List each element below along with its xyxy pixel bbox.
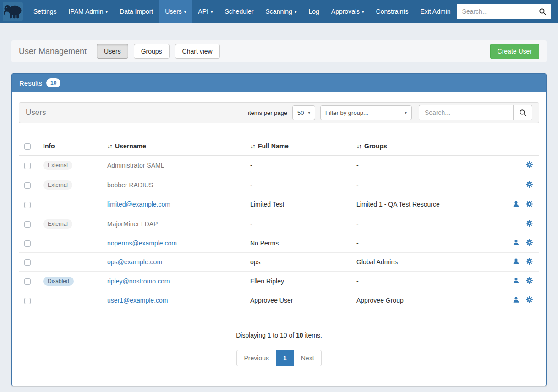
nav-item-label: Exit Admin [420,8,450,15]
username-cell[interactable]: limited@example.com [107,201,170,208]
gear-icon[interactable] [526,258,533,266]
user-menu[interactable]: ▾ [551,7,558,16]
user-profile-icon[interactable] [513,239,520,247]
toolbar-title: Users [26,108,46,117]
status-badge: External [43,180,72,190]
chevron-down-icon: ▾ [308,110,310,115]
global-search-button[interactable] [534,4,551,19]
sort-icon: ↓↑ [250,142,255,150]
nav-item-scanning[interactable]: Scanning ▾ [260,0,303,23]
gear-icon[interactable] [526,220,533,228]
column-header-info: Info [39,138,104,156]
gear-icon[interactable] [526,181,533,189]
nav-item-api[interactable]: API ▾ [192,0,219,23]
table-row: ops@example.com ops Global Admins [19,252,539,271]
app-logo[interactable] [3,2,23,21]
items-per-page-label: items per page [248,109,287,116]
gear-icon[interactable] [526,296,533,305]
tab-users[interactable]: Users [97,44,128,59]
nav-item-label: Log [308,8,319,15]
user-profile-icon[interactable] [513,277,520,285]
nav-item-ipam-admin[interactable]: IPAM Admin ▾ [63,0,114,23]
gear-icon[interactable] [526,201,533,209]
nav-item-label: Settings [33,8,57,15]
row-checkbox[interactable] [24,182,31,189]
items-per-page-select[interactable]: 50 ▾ [292,105,315,120]
table-search [419,105,532,120]
username-cell: bobber RADIUS [107,181,153,189]
table-header-row: Info ↓↑Username ↓↑Full Name ↓↑Groups [19,138,539,156]
results-panel: Results 10 Users items per page 50 ▾ Fil… [11,73,547,386]
tab-groups[interactable]: Groups [134,44,170,59]
user-profile-icon[interactable] [513,201,520,209]
username-cell[interactable]: noperms@example.com [107,240,177,247]
nav-item-settings[interactable]: Settings [27,0,63,23]
nav-menu: Settings IPAM Admin ▾ Data Import Users … [27,0,457,23]
row-checkbox[interactable] [24,202,31,208]
username-cell[interactable]: ops@example.com [107,258,162,266]
user-profile-icon[interactable] [513,296,520,305]
group-filter-select[interactable]: Filter by group... ▾ [320,105,412,120]
previous-page-button[interactable]: Previous [236,350,276,366]
row-checkbox[interactable] [24,221,31,228]
fullname-cell: - [246,214,353,234]
column-header-fullname[interactable]: ↓↑Full Name [246,138,353,156]
page-1-button[interactable]: 1 [276,350,294,366]
nav-item-constraints[interactable]: Constraints [370,0,415,23]
nav-item-label: Users [165,8,182,15]
column-header-username[interactable]: ↓↑Username [104,138,246,156]
top-navbar: Settings IPAM Admin ▾ Data Import Users … [0,0,558,23]
nav-item-users[interactable]: Users ▾ [159,0,192,23]
nav-item-log[interactable]: Log [302,0,325,23]
groups-cell: Limited 1 - QA Test Resource [353,195,503,214]
user-profile-icon[interactable] [513,258,520,266]
fullname-cell: No Perms [246,234,353,252]
table-row: External MajorMiner LDAP - - [19,214,539,234]
items-per-page-value: 50 [297,109,304,116]
row-checkbox[interactable] [24,240,31,247]
pagination: Previous 1 Next [236,350,321,366]
gear-icon[interactable] [526,161,533,169]
pagination-summary: Displaying 1 to 10 of 10 items. [19,332,539,339]
table-search-button[interactable] [513,105,532,120]
row-checkbox[interactable] [24,163,31,169]
table-search-input[interactable] [419,105,513,120]
table-row: External Administrator SAML - - [19,156,539,175]
row-checkbox[interactable] [24,259,31,266]
fullname-cell: - [246,156,353,175]
nav-item-label: Data Import [120,8,153,15]
column-header-groups[interactable]: ↓↑Groups [353,138,503,156]
gear-icon[interactable] [526,239,533,247]
nav-item-label: Approvals [331,8,360,15]
results-panel-body: Users items per page 50 ▾ Filter by grou… [12,92,546,386]
row-checkbox[interactable] [24,278,31,285]
table-row: user1@example.com Approvee User Approvee… [19,291,539,310]
next-page-button[interactable]: Next [294,350,322,366]
groups-cell: - [353,156,503,175]
nav-item-data-import[interactable]: Data Import [114,0,159,23]
create-user-button[interactable]: Create User [490,44,539,59]
nav-item-label: API [198,8,208,15]
chevron-down-icon: ▾ [405,110,407,115]
users-table: Info ↓↑Username ↓↑Full Name ↓↑Groups Ext… [19,138,539,310]
chevron-down-icon: ▾ [184,10,186,14]
username-cell[interactable]: user1@example.com [107,297,168,304]
select-all-checkbox[interactable] [24,143,31,150]
tab-chart-view[interactable]: Chart view [175,44,220,59]
nav-item-scheduler[interactable]: Scheduler [219,0,259,23]
global-search-input[interactable] [457,4,534,19]
table-toolbar: Users items per page 50 ▾ Filter by grou… [19,102,539,123]
nav-item-exit-admin[interactable]: Exit Admin [414,0,456,23]
search-icon [539,8,547,16]
nav-item-approvals[interactable]: Approvals ▾ [325,0,370,23]
search-icon [519,109,527,117]
groups-cell: Global Admins [353,252,503,271]
username-cell[interactable]: ripley@nostromo.com [107,278,170,285]
table-row: Disabled ripley@nostromo.com Ellen Riple… [19,272,539,291]
global-search [457,4,551,19]
page-title: User Management [19,47,87,56]
gear-icon[interactable] [526,277,533,285]
chevron-down-icon: ▾ [362,10,364,14]
table-row: noperms@example.com No Perms - [19,234,539,252]
row-checkbox[interactable] [24,298,31,304]
